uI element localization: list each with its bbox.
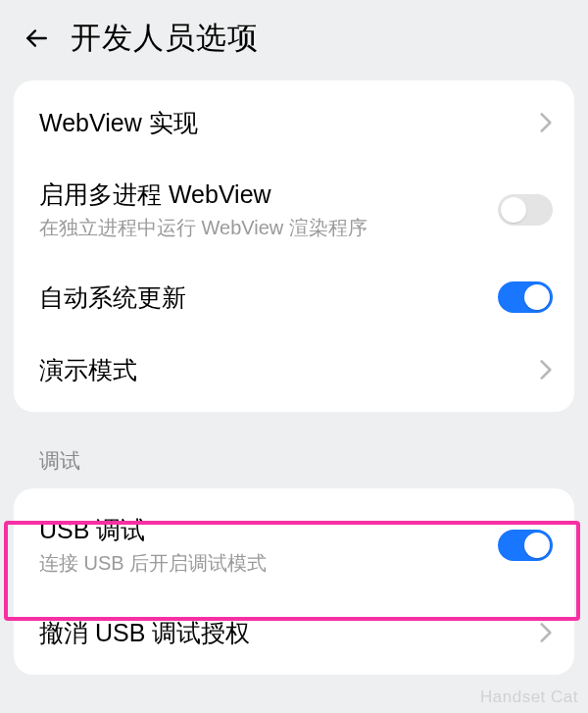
row-revoke-usb-auth[interactable]: 撤消 USB 调试授权 <box>14 596 574 669</box>
page-title: 开发人员选项 <box>71 18 259 59</box>
toggle-auto-system-update[interactable] <box>498 281 553 313</box>
chevron-right-icon <box>539 357 553 382</box>
row-subtitle: 连接 USB 后开启调试模式 <box>39 550 498 577</box>
watermark: Handset Cat <box>480 688 578 707</box>
settings-card-2: USB 调试 连接 USB 后开启调试模式 撤消 USB 调试授权 <box>14 488 574 675</box>
row-title: 演示模式 <box>39 354 539 386</box>
row-auto-system-update[interactable]: 自动系统更新 <box>14 261 574 333</box>
row-multiprocess-webview[interactable]: 启用多进程 WebView 在独立进程中运行 WebView 渲染程序 <box>14 159 574 261</box>
row-title: USB 调试 <box>39 514 498 546</box>
row-subtitle: 在独立进程中运行 WebView 渲染程序 <box>39 215 498 241</box>
back-arrow-icon[interactable] <box>24 25 49 51</box>
row-usb-debug[interactable]: USB 调试 连接 USB 后开启调试模式 <box>14 494 574 596</box>
row-title: 自动系统更新 <box>39 281 498 314</box>
toggle-usb-debug[interactable] <box>498 530 553 561</box>
settings-card-1: WebView 实现 启用多进程 WebView 在独立进程中运行 WebVie… <box>14 80 574 412</box>
section-label-debug: 调试 <box>0 441 588 488</box>
toggle-multiprocess-webview[interactable] <box>498 194 553 226</box>
header: 开发人员选项 <box>0 0 588 80</box>
row-title: 撤消 USB 调试授权 <box>39 617 539 649</box>
chevron-right-icon <box>539 620 553 645</box>
chevron-right-icon <box>539 110 553 135</box>
row-title: 启用多进程 WebView <box>39 178 498 211</box>
row-demo-mode[interactable]: 演示模式 <box>14 333 574 406</box>
row-webview-impl[interactable]: WebView 实现 <box>14 86 574 159</box>
row-title: WebView 实现 <box>39 107 539 139</box>
